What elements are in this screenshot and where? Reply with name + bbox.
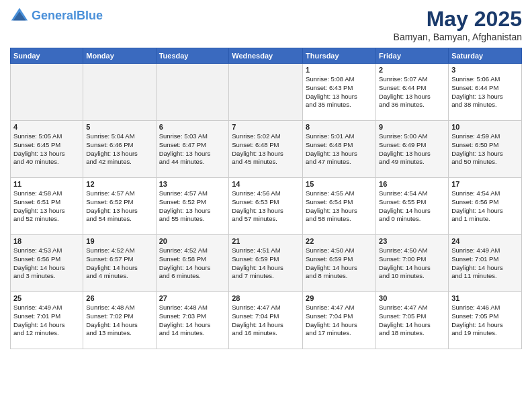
day-info: Sunrise: 4:52 AM Sunset: 6:57 PM Dayligh… [86,246,152,281]
calendar-cell: 17Sunrise: 4:54 AM Sunset: 6:56 PM Dayli… [449,178,522,235]
day-info: Sunrise: 5:02 AM Sunset: 6:48 PM Dayligh… [232,132,300,167]
day-info: Sunrise: 4:57 AM Sunset: 6:52 PM Dayligh… [159,189,226,224]
day-info: Sunrise: 4:50 AM Sunset: 7:00 PM Dayligh… [379,246,445,281]
day-info: Sunrise: 5:06 AM Sunset: 6:44 PM Dayligh… [451,75,519,109]
day-info: Sunrise: 5:05 AM Sunset: 6:45 PM Dayligh… [13,132,80,167]
calendar-cell: 31Sunrise: 4:46 AM Sunset: 7:05 PM Dayli… [449,292,522,349]
calendar-week-row: 18Sunrise: 4:53 AM Sunset: 6:56 PM Dayli… [11,235,522,292]
day-number: 30 [379,294,445,302]
day-info: Sunrise: 4:58 AM Sunset: 6:51 PM Dayligh… [13,189,80,224]
day-number: 9 [379,123,445,131]
day-number: 24 [451,237,519,245]
day-number: 20 [159,237,226,245]
day-info: Sunrise: 4:59 AM Sunset: 6:50 PM Dayligh… [451,132,519,167]
calendar-cell: 2Sunrise: 5:07 AM Sunset: 6:44 PM Daylig… [376,64,449,121]
calendar-cell: 18Sunrise: 4:53 AM Sunset: 6:56 PM Dayli… [11,235,83,292]
day-info: Sunrise: 5:00 AM Sunset: 6:49 PM Dayligh… [379,132,445,167]
calendar-cell: 12Sunrise: 4:57 AM Sunset: 6:52 PM Dayli… [83,178,156,235]
weekday-header-sunday: Sunday [11,48,83,64]
weekday-header-friday: Friday [376,48,449,64]
calendar-table: SundayMondayTuesdayWednesdayThursdayFrid… [10,48,522,349]
day-info: Sunrise: 4:55 AM Sunset: 6:54 PM Dayligh… [306,189,373,224]
day-info: Sunrise: 4:48 AM Sunset: 7:03 PM Dayligh… [159,304,226,338]
day-number: 12 [86,180,152,188]
day-info: Sunrise: 5:03 AM Sunset: 6:47 PM Dayligh… [159,132,226,167]
calendar-cell: 29Sunrise: 4:47 AM Sunset: 7:04 PM Dayli… [303,292,376,349]
calendar-cell [229,64,303,121]
title-block: May 2025 Bamyan, Bamyan, Afghanistan [394,7,522,42]
calendar-cell: 11Sunrise: 4:58 AM Sunset: 6:51 PM Dayli… [11,178,83,235]
day-number: 15 [306,180,373,188]
day-info: Sunrise: 4:46 AM Sunset: 7:05 PM Dayligh… [451,304,519,338]
calendar-cell: 4Sunrise: 5:05 AM Sunset: 6:45 PM Daylig… [11,121,83,178]
calendar-week-row: 25Sunrise: 4:49 AM Sunset: 7:01 PM Dayli… [11,292,522,349]
weekday-header-wednesday: Wednesday [229,48,303,64]
location: Bamyan, Bamyan, Afghanistan [394,32,522,42]
calendar-cell: 22Sunrise: 4:50 AM Sunset: 6:59 PM Dayli… [303,235,376,292]
day-number: 28 [232,294,300,302]
calendar-cell: 16Sunrise: 4:54 AM Sunset: 6:55 PM Dayli… [376,178,449,235]
calendar-cell [11,64,83,121]
weekday-header-row: SundayMondayTuesdayWednesdayThursdayFrid… [11,48,522,64]
day-number: 8 [306,123,373,131]
day-number: 29 [306,294,373,302]
logo-text: GeneralBlue [32,9,103,23]
weekday-header-saturday: Saturday [449,48,522,64]
day-number: 1 [306,66,373,74]
day-info: Sunrise: 5:04 AM Sunset: 6:46 PM Dayligh… [86,132,152,167]
day-number: 14 [232,180,300,188]
calendar-cell: 3Sunrise: 5:06 AM Sunset: 6:44 PM Daylig… [449,64,522,121]
day-info: Sunrise: 4:57 AM Sunset: 6:52 PM Dayligh… [86,189,152,224]
day-info: Sunrise: 4:51 AM Sunset: 6:59 PM Dayligh… [232,246,300,281]
calendar-cell: 20Sunrise: 4:52 AM Sunset: 6:58 PM Dayli… [156,235,229,292]
day-info: Sunrise: 4:52 AM Sunset: 6:58 PM Dayligh… [159,246,226,281]
day-number: 23 [379,237,445,245]
weekday-header-monday: Monday [83,48,156,64]
day-info: Sunrise: 4:56 AM Sunset: 6:53 PM Dayligh… [232,189,300,224]
day-number: 5 [86,123,152,131]
calendar-cell: 27Sunrise: 4:48 AM Sunset: 7:03 PM Dayli… [156,292,229,349]
calendar-cell: 9Sunrise: 5:00 AM Sunset: 6:49 PM Daylig… [376,121,449,178]
day-info: Sunrise: 4:50 AM Sunset: 6:59 PM Dayligh… [306,246,373,281]
day-info: Sunrise: 4:54 AM Sunset: 6:56 PM Dayligh… [451,189,519,224]
day-info: Sunrise: 4:47 AM Sunset: 7:04 PM Dayligh… [232,304,300,338]
day-info: Sunrise: 4:49 AM Sunset: 7:01 PM Dayligh… [13,304,80,338]
day-number: 31 [451,294,519,302]
month-title: May 2025 [394,7,522,32]
calendar-cell: 8Sunrise: 5:01 AM Sunset: 6:48 PM Daylig… [303,121,376,178]
day-number: 3 [451,66,519,74]
calendar-cell: 25Sunrise: 4:49 AM Sunset: 7:01 PM Dayli… [11,292,83,349]
calendar-week-row: 11Sunrise: 4:58 AM Sunset: 6:51 PM Dayli… [11,178,522,235]
day-number: 2 [379,66,445,74]
day-info: Sunrise: 4:49 AM Sunset: 7:01 PM Dayligh… [451,246,519,281]
day-number: 19 [86,237,152,245]
calendar-week-row: 4Sunrise: 5:05 AM Sunset: 6:45 PM Daylig… [11,121,522,178]
day-number: 27 [159,294,226,302]
logo: GeneralBlue [10,7,103,26]
calendar-week-row: 1Sunrise: 5:08 AM Sunset: 6:43 PM Daylig… [11,64,522,121]
day-number: 16 [379,180,445,188]
day-info: Sunrise: 4:47 AM Sunset: 7:05 PM Dayligh… [379,304,445,338]
calendar-cell: 23Sunrise: 4:50 AM Sunset: 7:00 PM Dayli… [376,235,449,292]
day-info: Sunrise: 4:54 AM Sunset: 6:55 PM Dayligh… [379,189,445,224]
day-number: 7 [232,123,300,131]
logo-icon [10,7,29,26]
day-number: 11 [13,180,80,188]
calendar-cell: 26Sunrise: 4:48 AM Sunset: 7:02 PM Dayli… [83,292,156,349]
calendar-cell: 10Sunrise: 4:59 AM Sunset: 6:50 PM Dayli… [449,121,522,178]
day-number: 26 [86,294,152,302]
day-number: 4 [13,123,80,131]
day-info: Sunrise: 4:47 AM Sunset: 7:04 PM Dayligh… [306,304,373,338]
day-number: 25 [13,294,80,302]
calendar-cell: 5Sunrise: 5:04 AM Sunset: 6:46 PM Daylig… [83,121,156,178]
day-info: Sunrise: 4:53 AM Sunset: 6:56 PM Dayligh… [13,246,80,281]
calendar-cell: 14Sunrise: 4:56 AM Sunset: 6:53 PM Dayli… [229,178,303,235]
day-info: Sunrise: 5:01 AM Sunset: 6:48 PM Dayligh… [306,132,373,167]
calendar-cell: 13Sunrise: 4:57 AM Sunset: 6:52 PM Dayli… [156,178,229,235]
calendar-cell: 24Sunrise: 4:49 AM Sunset: 7:01 PM Dayli… [449,235,522,292]
page-header: GeneralBlue May 2025 Bamyan, Bamyan, Afg… [10,7,522,42]
day-number: 13 [159,180,226,188]
logo-line1: General [32,9,77,22]
day-number: 18 [13,237,80,245]
day-info: Sunrise: 5:08 AM Sunset: 6:43 PM Dayligh… [306,75,373,109]
